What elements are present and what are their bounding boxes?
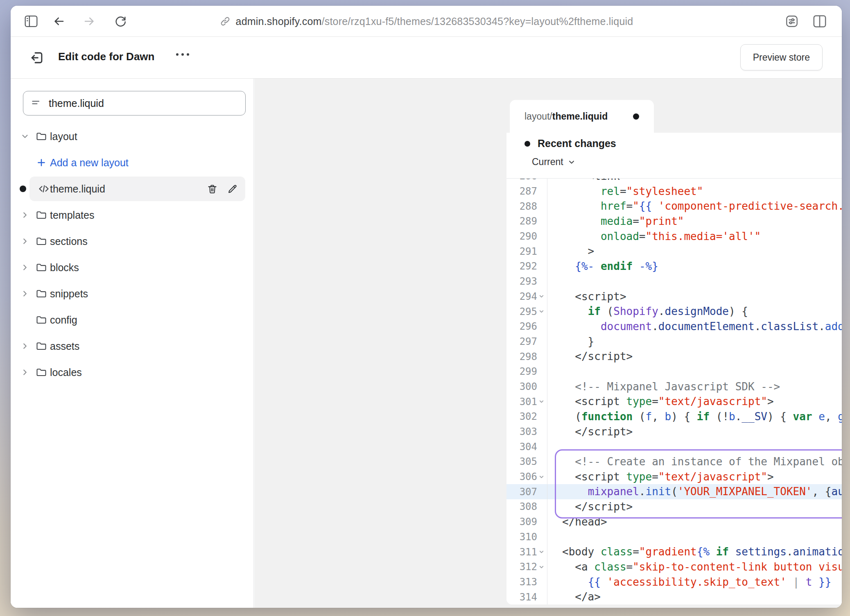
code-line[interactable]: 289 media="print" (506, 214, 842, 229)
back-icon[interactable] (52, 14, 66, 29)
url-domain: admin.shopify.com (236, 16, 322, 27)
sidebar-action-add-a-new-layout[interactable]: Add a new layout (11, 149, 253, 176)
code-line[interactable]: 300 <!-- Mixpanel Javascript SDK --> (506, 379, 842, 394)
code-line[interactable]: 291 > (506, 244, 842, 259)
line-number[interactable]: 292 (506, 259, 547, 274)
line-number[interactable]: 293 (506, 274, 547, 289)
code-line[interactable]: 304 (506, 439, 842, 454)
sidebar-item-templates[interactable]: templates (11, 202, 253, 228)
fold-toggle-icon[interactable] (537, 549, 545, 555)
fold-toggle-icon[interactable] (537, 399, 545, 405)
line-number[interactable]: 296 (506, 319, 547, 334)
line-number[interactable]: 308 (506, 499, 547, 514)
fold-toggle-icon[interactable] (537, 308, 545, 315)
sidebar-toggle-icon[interactable] (24, 14, 38, 29)
sidebar-item-assets[interactable]: assets (11, 333, 253, 359)
code-line[interactable]: 305 <!-- Create an instance of the Mixpa… (506, 454, 842, 469)
line-number[interactable]: 289 (506, 214, 547, 229)
code-line[interactable]: 309</head> (506, 514, 842, 530)
code-line[interactable]: 303 </script> (506, 424, 842, 439)
version-label: Current (532, 156, 563, 168)
fold-toggle-icon[interactable] (537, 474, 545, 480)
sidebar-item-locales[interactable]: locales (11, 359, 253, 385)
code-line[interactable]: 288 href="{{ 'component-predictive-searc… (506, 199, 842, 214)
line-number[interactable]: 304 (506, 439, 547, 454)
version-dropdown[interactable]: Current (532, 156, 576, 168)
line-number[interactable]: 290 (506, 229, 547, 244)
code-line[interactable]: 295 if (Shopify.designMode) { (506, 304, 842, 319)
page-settings-icon[interactable] (784, 14, 799, 29)
item-label: sections (50, 236, 88, 247)
line-number[interactable]: 314 (506, 589, 547, 605)
preview-store-button[interactable]: Preview store (740, 44, 823, 70)
line-number[interactable]: 306 (506, 469, 547, 485)
code-line[interactable]: 297 } (506, 334, 842, 349)
chevron-right-icon (20, 342, 29, 351)
line-number[interactable]: 300 (506, 379, 547, 394)
address-bar[interactable]: admin.shopify.com/store/rzq1xu-f5/themes… (11, 6, 842, 37)
line-number[interactable]: 299 (506, 364, 547, 379)
item-label: layout (50, 131, 77, 143)
code-line[interactable]: 293 (506, 274, 842, 289)
exit-editor-icon[interactable] (29, 50, 45, 66)
search-input[interactable] (49, 97, 238, 109)
file-search[interactable] (23, 91, 246, 116)
line-number[interactable]: 291 (506, 244, 547, 259)
code-line[interactable]: 314 </a> (506, 589, 842, 605)
line-number[interactable]: 312 (506, 559, 547, 575)
line-number[interactable]: 311 (506, 544, 547, 559)
code-line[interactable]: 296 document.documentElement.classList.a… (506, 319, 842, 334)
line-number[interactable]: 302 (506, 409, 547, 424)
code-line[interactable]: 292 {%- endif -%} (506, 259, 842, 274)
delete-file-button[interactable] (207, 183, 218, 195)
line-number[interactable]: 297 (506, 334, 547, 349)
forward-icon[interactable] (82, 14, 97, 29)
line-number[interactable]: 303 (506, 424, 547, 439)
more-actions-icon[interactable] (176, 53, 189, 56)
line-number[interactable]: 301 (506, 394, 547, 409)
line-number[interactable]: 294 (506, 289, 547, 304)
chevron-right-icon (20, 211, 29, 220)
code-text: <script type="text/javascript"> (547, 394, 842, 409)
line-number[interactable]: 310 (506, 530, 547, 545)
sidebar-item-config[interactable]: config (11, 307, 253, 333)
line-number[interactable]: 313 (506, 575, 547, 590)
split-view-icon[interactable] (812, 14, 827, 29)
line-number[interactable]: 286 (506, 179, 547, 184)
line-number[interactable]: 295 (506, 304, 547, 319)
rename-file-button[interactable] (227, 183, 238, 195)
code-line[interactable]: 312 <a class="skip-to-content-link butto… (506, 559, 842, 575)
code-line[interactable]: 310 (506, 530, 842, 545)
reload-icon[interactable] (113, 14, 128, 29)
line-number[interactable]: 307 (506, 484, 547, 499)
code-line[interactable]: 313 {{ 'accessibility.skip_to_text' | t … (506, 575, 842, 590)
code-line[interactable]: 311<body class="gradient{% if settings.a… (506, 544, 842, 559)
chevron-right-icon (20, 237, 29, 246)
code-line[interactable]: 286 <link (506, 179, 842, 184)
line-number[interactable]: 305 (506, 454, 547, 469)
sidebar-item-layout[interactable]: layout (11, 123, 253, 149)
code-line[interactable]: 298 </script> (506, 349, 842, 364)
line-number[interactable]: 288 (506, 199, 547, 214)
line-number[interactable]: 287 (506, 184, 547, 199)
sidebar-item-sections[interactable]: sections (11, 228, 253, 254)
sidebar-item-snippets[interactable]: snippets (11, 281, 253, 307)
code-line[interactable]: 290 onload="this.media='all'" (506, 229, 842, 244)
code-line[interactable]: 287 rel="stylesheet" (506, 184, 842, 199)
code-editor[interactable]: 286 <link287 rel="stylesheet"288 href="{… (506, 179, 842, 605)
code-text: </script> (547, 349, 842, 364)
code-line[interactable]: 302 (function (f, b) { if (!b.__SV) { va… (506, 409, 842, 424)
code-line[interactable]: 306 <script type="text/javascript"> (506, 469, 842, 485)
code-line[interactable]: 299 (506, 364, 842, 379)
code-line[interactable]: 308 </script> (506, 499, 842, 514)
line-number[interactable]: 298 (506, 349, 547, 364)
tab-theme-liquid[interactable]: layout/theme.liquid (510, 100, 654, 133)
code-line[interactable]: 294 <script> (506, 289, 842, 304)
fold-toggle-icon[interactable] (537, 293, 545, 299)
line-number[interactable]: 309 (506, 514, 547, 530)
code-line[interactable]: 307 mixpanel.init('YOUR_MIXPANEL_TOKEN',… (506, 484, 842, 499)
sidebar-item-blocks[interactable]: blocks (11, 254, 253, 281)
sidebar-item-theme-liquid[interactable]: theme.liquid (11, 176, 253, 202)
code-line[interactable]: 301 <script type="text/javascript"> (506, 394, 842, 409)
fold-toggle-icon[interactable] (537, 564, 545, 570)
